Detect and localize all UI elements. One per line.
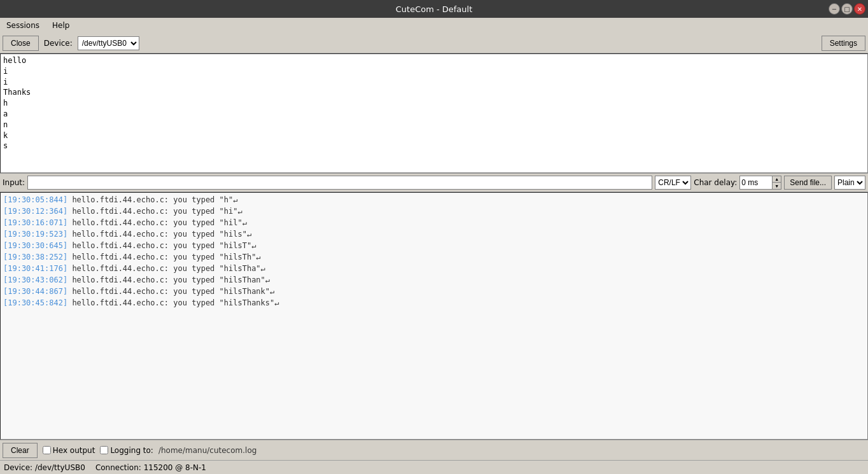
- log-message: hello.ftdi.44.echo.c: you typed "hil"↵: [67, 218, 247, 227]
- terminal-line: i: [3, 77, 865, 88]
- log-entry: [19:30:44:867] hello.ftdi.44.echo.c: you…: [3, 286, 865, 297]
- menu-help[interactable]: Help: [48, 20, 73, 31]
- hex-output-text: Hex output: [53, 446, 95, 455]
- terminal-line: i: [3, 66, 865, 77]
- terminal-line: hello: [3, 55, 865, 66]
- char-delay-label: Char delay:: [694, 178, 737, 187]
- log-message: hello.ftdi.44.echo.c: you typed "hilsTha…: [67, 287, 274, 296]
- terminal-line: h: [3, 98, 865, 109]
- log-entry: [19:30:38:252] hello.ftdi.44.echo.c: you…: [3, 251, 865, 263]
- log-entry: [19:30:41:176] hello.ftdi.44.echo.c: you…: [3, 263, 865, 274]
- title-bar: CuteCom - Default − □ ✕: [0, 0, 868, 18]
- log-timestamp: [19:30:30:645]: [3, 241, 67, 250]
- log-message: hello.ftdi.44.echo.c: you typed "hilsT"↵: [67, 241, 256, 250]
- close-button[interactable]: ✕: [854, 3, 865, 15]
- log-timestamp: [19:30:45:842]: [3, 298, 67, 307]
- terminal-line: k: [3, 130, 865, 141]
- line-ending-select[interactable]: CR/LFCRLFNone: [655, 176, 691, 190]
- log-entry: [19:30:30:645] hello.ftdi.44.echo.c: you…: [3, 240, 865, 251]
- log-entry: [19:30:12:364] hello.ftdi.44.echo.c: you…: [3, 206, 865, 217]
- logging-path: /home/manu/cutecom.log: [158, 446, 256, 455]
- input-row: Input: CR/LFCRLFNone Char delay: ▲ ▼ Sen…: [0, 173, 868, 192]
- log-message: hello.ftdi.44.echo.c: you typed "hilsTh"…: [67, 253, 260, 261]
- clear-button[interactable]: Clear: [3, 443, 38, 458]
- menu-bar: Sessions Help: [0, 18, 868, 33]
- log-message: hello.ftdi.44.echo.c: you typed "hilsTha…: [67, 264, 265, 273]
- spin-buttons: ▲ ▼: [772, 176, 781, 189]
- send-file-button[interactable]: Send file...: [784, 176, 832, 190]
- log-entry: [19:30:16:071] hello.ftdi.44.echo.c: you…: [3, 217, 865, 228]
- logging-label[interactable]: Logging to:: [100, 446, 153, 455]
- status-device: Device: /dev/ttyUSB0: [4, 463, 85, 472]
- log-timestamp: [19:30:44:867]: [3, 287, 67, 296]
- minimize-button[interactable]: −: [829, 3, 840, 15]
- terminal-line: a: [3, 109, 865, 120]
- close-connection-button[interactable]: Close: [3, 36, 39, 51]
- hex-output-checkbox[interactable]: [43, 446, 51, 454]
- input-label: Input:: [3, 178, 25, 187]
- log-panel: [19:30:05:844] hello.ftdi.44.echo.c: you…: [0, 192, 868, 440]
- log-timestamp: [19:30:38:252]: [3, 253, 67, 261]
- log-message: hello.ftdi.44.echo.c: you typed "hi"↵: [67, 207, 242, 216]
- logging-checkbox[interactable]: [100, 446, 108, 454]
- terminal-line: Thanks: [3, 87, 865, 98]
- status-bar: Device: /dev/ttyUSB0 Connection: 115200 …: [0, 460, 868, 474]
- toolbar: Close Device: /dev/ttyUSB0 Settings: [0, 33, 868, 53]
- window-title: CuteCom - Default: [396, 4, 473, 14]
- spin-down-button[interactable]: ▼: [772, 183, 781, 189]
- status-connection: Connection: 115200 @ 8-N-1: [95, 463, 206, 472]
- menu-sessions[interactable]: Sessions: [3, 20, 43, 31]
- settings-button[interactable]: Settings: [822, 36, 865, 51]
- device-select[interactable]: /dev/ttyUSB0: [78, 36, 139, 50]
- log-timestamp: [19:30:16:071]: [3, 218, 67, 227]
- window-controls: − □ ✕: [829, 3, 865, 15]
- logging-text: Logging to:: [110, 446, 153, 455]
- format-select[interactable]: PlainHex: [834, 176, 865, 190]
- hex-output-label[interactable]: Hex output: [43, 446, 95, 455]
- log-entry: [19:30:45:842] hello.ftdi.44.echo.c: you…: [3, 297, 865, 309]
- input-field[interactable]: [27, 176, 652, 190]
- device-label: Device:: [44, 39, 73, 48]
- spin-up-button[interactable]: ▲: [772, 176, 781, 183]
- log-entry: [19:30:43:062] hello.ftdi.44.echo.c: you…: [3, 274, 865, 286]
- log-timestamp: [19:30:19:523]: [3, 230, 67, 239]
- log-entry: [19:30:05:844] hello.ftdi.44.echo.c: you…: [3, 194, 865, 206]
- log-timestamp: [19:30:41:176]: [3, 264, 67, 273]
- log-message: hello.ftdi.44.echo.c: you typed "hilsTha…: [67, 298, 279, 307]
- log-message: hello.ftdi.44.echo.c: you typed "hilsTha…: [67, 275, 270, 284]
- log-timestamp: [19:30:12:364]: [3, 207, 67, 216]
- log-timestamp: [19:30:05:844]: [3, 195, 67, 204]
- log-message: hello.ftdi.44.echo.c: you typed "h"↵: [67, 195, 237, 204]
- char-delay-spinner: ▲ ▼: [739, 176, 781, 190]
- maximize-button[interactable]: □: [841, 3, 853, 15]
- char-delay-value[interactable]: [740, 176, 772, 189]
- terminal-line: n: [3, 120, 865, 130]
- log-message: hello.ftdi.44.echo.c: you typed "hils"↵: [67, 230, 251, 239]
- terminal-line: s: [3, 141, 865, 151]
- terminal-output: helloiiThankshanks: [0, 53, 868, 173]
- log-entry: [19:30:19:523] hello.ftdi.44.echo.c: you…: [3, 228, 865, 240]
- bottom-bar: Clear Hex output Logging to: /home/manu/…: [0, 440, 868, 460]
- log-timestamp: [19:30:43:062]: [3, 275, 67, 284]
